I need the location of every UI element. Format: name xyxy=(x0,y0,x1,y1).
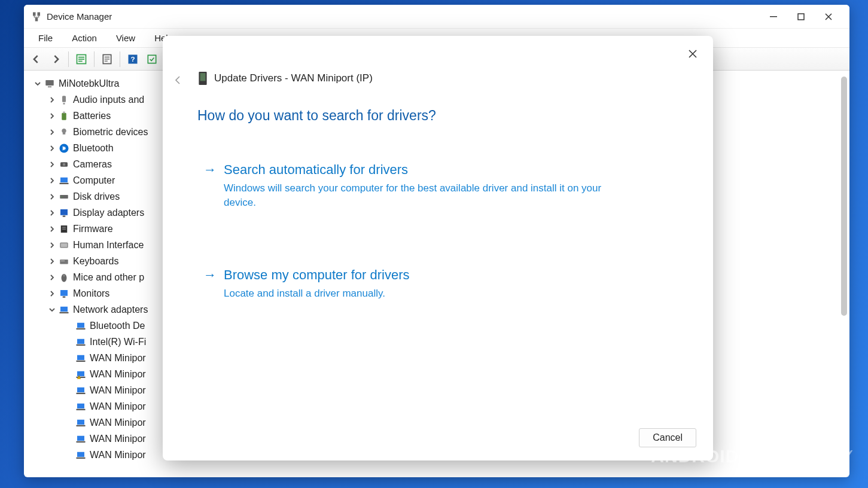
svg-rect-25 xyxy=(60,177,68,182)
category-icon xyxy=(59,240,69,251)
adapter-icon xyxy=(75,450,86,460)
tree-category-label: Disk drives xyxy=(73,191,120,202)
chevron-right-icon[interactable] xyxy=(48,160,56,169)
menu-view[interactable]: View xyxy=(106,30,145,45)
category-icon xyxy=(59,127,69,138)
chevron-down-icon[interactable] xyxy=(48,306,56,314)
svg-rect-45 xyxy=(60,312,69,313)
adapter-icon xyxy=(75,385,86,396)
dialog-close-button[interactable] xyxy=(683,44,702,63)
tree-device-label: WAN Minipor xyxy=(90,450,146,460)
svg-rect-60 xyxy=(77,419,84,424)
toolbar-forward-button[interactable] xyxy=(47,50,65,68)
chevron-right-icon[interactable] xyxy=(48,225,56,233)
arrow-right-icon: → xyxy=(203,267,217,283)
device-icon xyxy=(197,72,208,85)
menu-action[interactable]: Action xyxy=(62,30,106,45)
chevron-right-icon[interactable] xyxy=(48,241,56,249)
category-icon xyxy=(59,159,69,170)
chevron-right-icon[interactable] xyxy=(48,112,56,120)
toolbar-scan-button[interactable] xyxy=(143,50,161,68)
category-icon xyxy=(59,208,69,218)
option-browse-computer[interactable]: → Browse my computer for drivers Locate … xyxy=(203,264,678,304)
tree-spacer xyxy=(65,338,73,346)
toolbar-back-button[interactable] xyxy=(28,50,45,68)
chevron-right-icon[interactable] xyxy=(48,176,56,185)
toolbar-show-hide-button[interactable] xyxy=(72,50,90,68)
toolbar-separator xyxy=(94,51,95,67)
category-icon xyxy=(59,288,69,299)
maximize-button[interactable] xyxy=(787,7,815,26)
tree-category-label: Monitors xyxy=(73,288,109,299)
adapter-icon xyxy=(75,337,86,347)
chevron-right-icon[interactable] xyxy=(48,289,56,298)
chevron-right-icon[interactable] xyxy=(48,209,56,217)
svg-rect-1 xyxy=(38,12,41,16)
chevron-right-icon[interactable] xyxy=(48,193,56,201)
minimize-button[interactable] xyxy=(760,7,787,26)
svg-point-28 xyxy=(62,196,63,197)
svg-rect-58 xyxy=(77,403,84,408)
svg-text:?: ? xyxy=(130,55,135,63)
category-icon xyxy=(59,256,69,267)
svg-rect-64 xyxy=(77,452,84,456)
tree-device-label: Bluetooth De xyxy=(90,321,145,331)
svg-rect-17 xyxy=(48,86,51,87)
adapter-warning-icon xyxy=(75,369,86,380)
tree-category-label: Firmware xyxy=(73,224,113,234)
svg-rect-62 xyxy=(77,435,84,440)
toolbar-separator xyxy=(68,51,69,67)
svg-rect-0 xyxy=(33,12,36,16)
menu-file[interactable]: File xyxy=(29,30,62,45)
svg-rect-21 xyxy=(63,111,65,113)
svg-rect-63 xyxy=(77,441,86,442)
arrow-right-icon: → xyxy=(203,162,217,178)
adapter-icon xyxy=(75,417,86,428)
tree-root-label: MiNotebkUltra xyxy=(59,78,119,89)
cancel-button[interactable]: Cancel xyxy=(639,428,696,447)
option-title: Browse my computer for drivers xyxy=(224,267,410,283)
svg-rect-35 xyxy=(61,243,68,247)
tree-spacer xyxy=(65,322,73,330)
close-button[interactable] xyxy=(815,7,842,26)
chevron-down-icon[interactable] xyxy=(33,80,42,88)
svg-rect-10 xyxy=(105,56,109,57)
dialog-back-button[interactable] xyxy=(170,72,187,89)
chevron-right-icon[interactable] xyxy=(48,257,56,266)
tree-category-label: Bluetooth xyxy=(73,143,114,154)
tree-category-label: Audio inputs and xyxy=(73,94,144,105)
category-icon xyxy=(59,304,69,315)
svg-rect-12 xyxy=(105,60,108,61)
update-drivers-dialog: Update Drivers - WAN Miniport (IP) How d… xyxy=(163,36,713,460)
chevron-right-icon[interactable] xyxy=(48,273,56,282)
tree-category-label: Cameras xyxy=(73,159,112,170)
chevron-right-icon[interactable] xyxy=(48,96,56,104)
adapter-icon xyxy=(75,321,86,331)
device-manager-icon xyxy=(31,11,42,22)
svg-rect-59 xyxy=(77,408,86,410)
tree-spacer xyxy=(65,386,73,395)
tree-category-label: Network adapters xyxy=(73,304,148,315)
chevron-right-icon[interactable] xyxy=(48,144,56,152)
svg-rect-67 xyxy=(200,73,206,81)
category-icon xyxy=(59,111,69,121)
svg-rect-27 xyxy=(60,195,68,199)
chevron-right-icon[interactable] xyxy=(48,128,56,136)
tree-device-label: Intel(R) Wi-Fi xyxy=(90,337,146,347)
toolbar-help-button[interactable]: ? xyxy=(124,50,142,68)
svg-rect-30 xyxy=(63,215,66,216)
option-description: Windows will search your computer for th… xyxy=(224,181,607,210)
option-search-automatically[interactable]: → Search automatically for drivers Windo… xyxy=(203,158,678,214)
svg-rect-50 xyxy=(77,355,84,359)
option-title: Search automatically for drivers xyxy=(224,162,408,178)
tree-category-label: Batteries xyxy=(73,111,111,121)
svg-rect-18 xyxy=(62,96,66,102)
toolbar-properties-button[interactable] xyxy=(98,50,116,68)
tree-device-label: WAN Minipor xyxy=(90,434,146,444)
svg-rect-65 xyxy=(77,457,86,458)
svg-rect-36 xyxy=(60,260,68,264)
svg-rect-2 xyxy=(35,17,38,21)
tree-category-label: Biometric devices xyxy=(73,127,148,138)
tree-category-label: Keyboards xyxy=(73,256,119,267)
scrollbar[interactable] xyxy=(841,77,847,316)
